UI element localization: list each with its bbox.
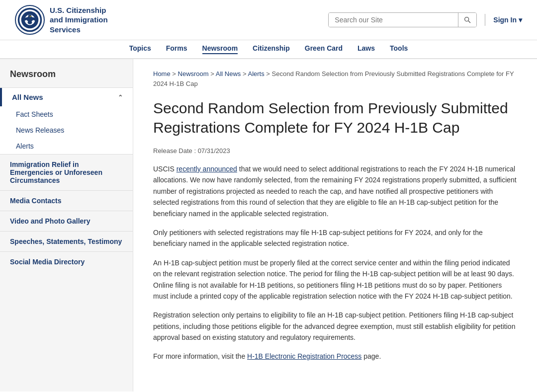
h1b-registration-link[interactable]: H-1B Electronic Registration Process [247,352,361,360]
article-title: Second Random Selection from Previously … [153,98,517,137]
nav-newsroom[interactable]: Newsroom [202,43,238,54]
sidebar-title: Newsroom [0,69,133,87]
bc-sep3: > [243,70,248,78]
sidebar-item-immigration-relief[interactable]: Immigration Relief in Emergencies or Unf… [0,154,133,190]
main-nav: Topics Forms Newsroom Citizenship Green … [129,43,408,54]
svg-point-5 [28,21,32,24]
sidebar-sub-news-releases[interactable]: News Releases [0,122,133,138]
svg-point-10 [465,17,469,21]
main-nav-bar: Topics Forms Newsroom Citizenship Green … [0,40,537,59]
release-date: Release Date : 07/31/2023 [153,147,517,155]
header-divider [485,14,485,26]
breadcrumb-home[interactable]: Home [153,70,171,78]
recently-announced-link[interactable]: recently announced [177,165,237,173]
logo-area: U.S. Citizenship and Immigration Service… [15,5,108,35]
main-content: Home > Newsroom > All News > Alerts > Se… [133,59,537,392]
sidebar-all-news-section: All News ⌃ Fact Sheets News Releases Ale… [0,87,133,154]
sidebar-item-social-media[interactable]: Social Media Directory [0,251,133,272]
agency-name: U.S. Citizenship and Immigration Service… [50,5,108,35]
search-button[interactable] [458,13,476,27]
breadcrumb-newsroom[interactable]: Newsroom [178,70,209,78]
sidebar-item-video-gallery[interactable]: Video and Photo Gallery [0,211,133,231]
nav-citizenship[interactable]: Citizenship [253,43,290,54]
breadcrumb-all-news[interactable]: All News [216,70,241,78]
sidebar-item-media-contacts[interactable]: Media Contacts [0,190,133,211]
sidebar-sub-alerts[interactable]: Alerts [0,138,133,154]
search-signin-row: Sign In ▾ [328,12,522,27]
nav-tools[interactable]: Tools [390,43,408,54]
search-input[interactable] [329,13,458,27]
breadcrumb-alerts[interactable]: Alerts [248,70,264,78]
breadcrumb: Home > Newsroom > All News > Alerts > Se… [153,69,517,88]
chevron-up-icon: ⌃ [118,94,123,101]
article-para-2: Only petitioners with selected registrat… [153,227,517,249]
article-para-4: Registration selection only pertains to … [153,310,517,343]
nav-laws[interactable]: Laws [358,43,375,54]
header-right: Sign In ▾ [328,12,522,27]
signin-button[interactable]: Sign In ▾ [493,16,522,24]
svg-line-11 [468,21,470,23]
bc-sep: > [172,70,178,78]
nav-topics[interactable]: Topics [129,43,151,54]
page-body: Newsroom All News ⌃ Fact Sheets News Rel… [0,59,537,392]
sidebar-sub-fact-sheets[interactable]: Fact Sheets [0,106,133,122]
article-para-3: An H-1B cap-subject petition must be pro… [153,257,517,302]
sidebar-item-all-news[interactable]: All News ⌃ [0,88,133,106]
agency-logo [15,5,45,35]
sidebar-item-speeches[interactable]: Speeches, Statements, Testimony [0,231,133,251]
article-para-5: For more information, visit the H-1B Ele… [153,351,517,362]
article-para-1: USCIS recently announced that we would n… [153,163,517,219]
bc-sep4: > [266,70,271,78]
bc-sep2: > [210,70,216,78]
search-box [328,12,477,27]
site-header: U.S. Citizenship and Immigration Service… [0,0,537,40]
sidebar: Newsroom All News ⌃ Fact Sheets News Rel… [0,59,133,392]
nav-green-card[interactable]: Green Card [305,43,343,54]
nav-forms[interactable]: Forms [166,43,187,54]
